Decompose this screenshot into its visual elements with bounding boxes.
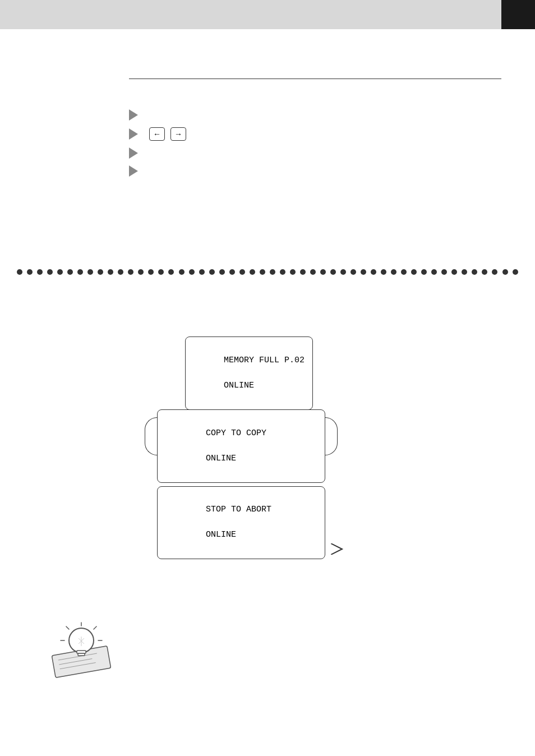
divider-dot: [87, 269, 93, 275]
divider-dot: [330, 269, 336, 275]
divider-dot: [168, 269, 174, 275]
svg-line-11: [66, 626, 69, 629]
divider-dot: [340, 269, 346, 275]
divider-dot: [290, 269, 296, 275]
divider-dot: [350, 269, 356, 275]
arrow-row-3: [129, 147, 186, 159]
memory-full-display: MEMORY FULL P.02 ONLINE: [185, 336, 313, 410]
divider-dot: [158, 269, 164, 275]
divider-dot: [513, 269, 518, 275]
divider-dot: [472, 269, 477, 275]
divider-dot: [17, 269, 22, 275]
flow-curve-left: [145, 417, 157, 455]
memory-full-box: MEMORY FULL P.02 ONLINE: [185, 336, 313, 410]
header-black-block: [501, 0, 535, 29]
divider-dot: [280, 269, 285, 275]
divider-dot: [270, 269, 275, 275]
divider-dot: [138, 269, 144, 275]
divider-dot: [148, 269, 154, 275]
arrow-row-1: [129, 109, 186, 121]
divider-dot: [492, 269, 497, 275]
svg-line-12: [94, 626, 96, 629]
divider-dot: [209, 269, 215, 275]
divider-dot: [411, 269, 417, 275]
divider-dot: [118, 269, 123, 275]
arrow-icon-4: [129, 165, 138, 177]
nav-icons: ← →: [149, 127, 186, 141]
divider-dot: [431, 269, 437, 275]
arrows-section: ← →: [129, 109, 186, 183]
divider-dot: [361, 269, 366, 275]
divider-dot: [189, 269, 195, 275]
divider-dot: [502, 269, 508, 275]
divider-dot: [67, 269, 73, 275]
divider-dot: [77, 269, 83, 275]
divider-dot: [250, 269, 255, 275]
svg-rect-6: [78, 653, 85, 656]
back-nav-icon: ←: [149, 127, 165, 141]
divider-dot: [401, 269, 407, 275]
divider-dot: [421, 269, 427, 275]
top-rule: [129, 79, 501, 79]
divider-dot: [37, 269, 43, 275]
divider-dot: [229, 269, 235, 275]
flow-curve-right: [325, 417, 338, 455]
divider-dot: [451, 269, 457, 275]
divider-dot: [391, 269, 396, 275]
divider-dot: [199, 269, 205, 275]
divider-dot: [462, 269, 467, 275]
divider-dot: [300, 269, 306, 275]
divider-dot: [128, 269, 133, 275]
divider-dot: [371, 269, 376, 275]
tip-lightbulb-svg: [45, 617, 118, 679]
arrow-row-4: [129, 165, 186, 177]
stop-box: STOP TO ABORT ONLINE: [157, 486, 325, 560]
flow-diagram: COPY TO COPY ONLINE STOP TO ABORT ONLINE: [157, 409, 325, 559]
copy-box: COPY TO COPY ONLINE: [157, 409, 325, 483]
divider-dot: [482, 269, 487, 275]
arrow-icon-2: [129, 128, 138, 140]
divider-dot: [239, 269, 245, 275]
divider-dot: [179, 269, 185, 275]
divider-dot: [260, 269, 265, 275]
divider-dot: [98, 269, 103, 275]
dotted-divider: [17, 269, 518, 275]
arrow-icon-3: [129, 147, 138, 159]
arrow-icon-1: [129, 109, 138, 121]
divider-dot: [47, 269, 53, 275]
arrow-row-2: ← →: [129, 127, 186, 141]
divider-dot: [219, 269, 225, 275]
divider-dot: [381, 269, 386, 275]
divider-dot: [27, 269, 33, 275]
header-bar: [0, 0, 535, 29]
flow-arrow-svg: [331, 543, 348, 555]
divider-dot: [320, 269, 326, 275]
tip-icon: [45, 617, 118, 679]
flow-box-outer: COPY TO COPY ONLINE STOP TO ABORT ONLINE: [157, 409, 325, 559]
forward-nav-icon: →: [170, 127, 186, 141]
divider-dot: [108, 269, 113, 275]
tip-section: [45, 617, 118, 679]
divider-dot: [57, 269, 63, 275]
divider-dot: [310, 269, 316, 275]
divider-dot: [441, 269, 447, 275]
